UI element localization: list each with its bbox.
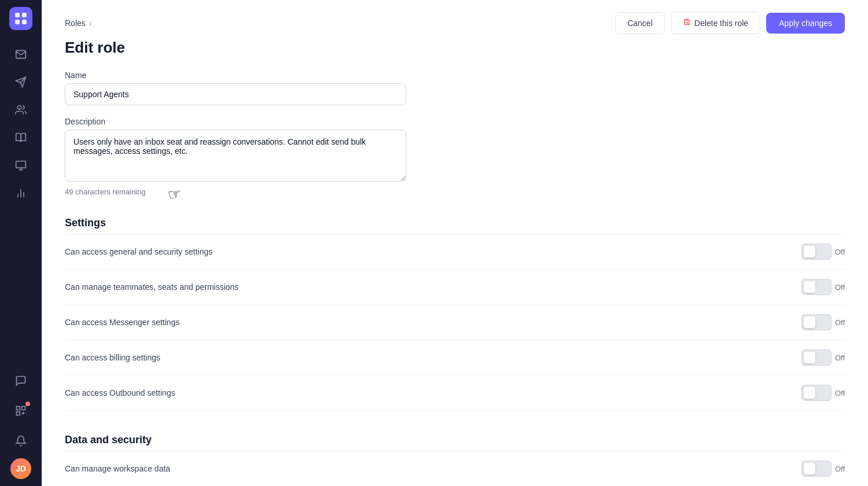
sidebar-item-reports[interactable] [8,153,34,178]
toggle-general[interactable]: Off [801,244,845,260]
sidebar-item-contacts[interactable] [8,97,34,123]
settings-row-teammates: Can manage teammates, seats and permissi… [65,270,845,305]
toggle-knob-billing [804,352,815,363]
sidebar: JD [0,0,42,486]
toggle-knob-workspace-data [804,463,815,474]
settings-list: Can access general and security settings… [65,234,845,411]
toggle-label-outbound: Off [835,389,845,397]
svg-rect-2 [15,20,20,24]
breadcrumb: Roles › [65,18,92,28]
svg-rect-14 [22,407,25,410]
description-field-group: Description Users only have an inbox sea… [65,117,845,196]
form-content: Name Description Users only have an inbo… [42,71,868,486]
settings-label-teammates: Can manage teammates, seats and permissi… [65,282,238,292]
settings-row-billing: Can access billing settings Off [65,340,845,375]
toggle-switch-general[interactable] [801,244,832,260]
svg-rect-1 [22,13,27,17]
toggle-label-general: Off [835,248,845,256]
toggle-switch-messenger[interactable] [801,314,832,330]
toggle-label-workspace-data: Off [835,465,845,473]
svg-point-6 [17,106,21,110]
settings-label-general: Can access general and security settings [65,247,212,256]
description-textarea[interactable]: Users only have an inbox seat and reassi… [65,130,406,182]
sidebar-item-knowledge[interactable] [8,125,34,150]
settings-label-workspace-data: Can manage workspace data [65,464,170,473]
toggle-teammates[interactable]: Off [801,279,845,295]
toggle-switch-outbound[interactable] [801,385,832,401]
toggle-outbound[interactable]: Off [801,385,845,401]
svg-rect-15 [17,412,20,415]
description-label: Description [65,117,845,126]
svg-rect-0 [15,13,20,17]
action-buttons: Cancel Delete this role Apply changes [615,12,845,34]
page-title: Edit role [65,39,845,57]
cancel-button[interactable]: Cancel [615,12,665,34]
toggle-billing[interactable]: Off [801,349,845,366]
sidebar-item-apps[interactable] [8,398,34,424]
settings-row-workspace-data: Can manage workspace data Off [65,451,845,486]
data-security-section-title: Data and security [65,425,845,446]
app-logo[interactable] [9,7,32,30]
user-avatar[interactable]: JD [10,458,31,479]
svg-rect-7 [16,161,26,168]
char-remaining: 49 characters remaining [65,187,845,196]
toggle-label-messenger: Off [835,318,845,327]
toggle-switch-teammates[interactable] [801,279,832,295]
sidebar-item-bell[interactable] [8,428,34,454]
apply-changes-button[interactable]: Apply changes [766,13,845,34]
breadcrumb-separator: › [89,18,92,28]
notification-badge [25,402,30,406]
sidebar-item-send[interactable] [8,69,34,95]
name-input[interactable] [65,83,406,105]
settings-row-outbound: Can access Outbound settings Off [65,375,845,411]
toggle-messenger[interactable]: Off [801,314,845,330]
name-label: Name [65,71,845,80]
toggle-knob-general [804,246,815,257]
breadcrumb-roles-link[interactable]: Roles [65,19,86,28]
svg-rect-13 [17,407,20,410]
trash-icon [683,18,691,28]
toggle-label-billing: Off [835,354,845,362]
toggle-label-teammates: Off [835,283,845,292]
header-actions: Roles › Cancel Delete this r [65,12,845,34]
settings-section-title: Settings [65,208,845,229]
name-field-group: Name [65,71,845,105]
settings-label-messenger: Can access Messenger settings [65,318,179,327]
main-content: Roles › Cancel Delete this r [42,0,868,486]
sidebar-item-inbox[interactable] [8,42,34,67]
sidebar-item-analytics[interactable] [8,181,34,206]
delete-role-button[interactable]: Delete this role [671,12,760,34]
settings-label-billing: Can access billing settings [65,353,160,362]
sidebar-item-messages[interactable] [8,368,34,393]
settings-label-outbound: Can access Outbound settings [65,388,175,397]
svg-rect-3 [22,20,27,24]
toggle-workspace-data[interactable]: Off [801,461,845,477]
page-header: Roles › Cancel Delete this r [42,0,868,71]
toggle-knob-outbound [804,387,815,399]
settings-row-messenger: Can access Messenger settings Off [65,305,845,340]
toggle-switch-workspace-data[interactable] [801,461,832,477]
data-security-list: Can manage workspace data Off [65,451,845,486]
settings-row-general: Can access general and security settings… [65,234,845,270]
toggle-switch-billing[interactable] [801,349,832,366]
toggle-knob-messenger [804,316,815,328]
toggle-knob-teammates [804,281,815,293]
